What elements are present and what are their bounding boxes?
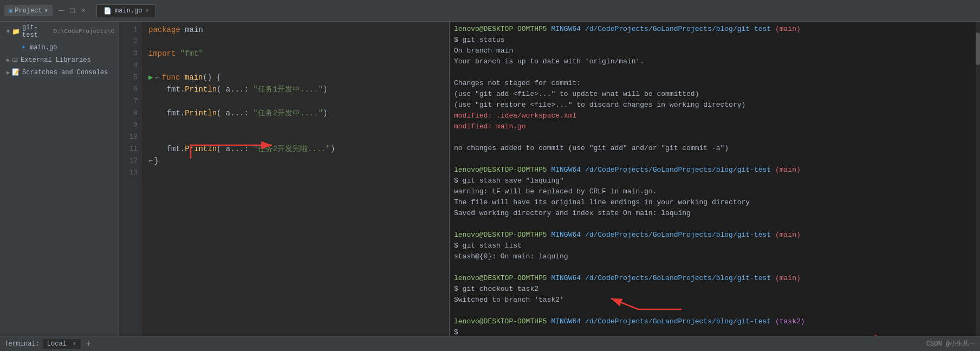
str-6: "任务1开发中...."	[253, 83, 323, 95]
term-prompt-3: lenovo@DESKTOP-OOMTHP5 MINGW64 /d/CodePr…	[454, 230, 976, 240]
term-prompt-4: lenovo@DESKTOP-OOMTHP5 MINGW64 /d/CodePr…	[454, 273, 976, 284]
term-out-stashlist: stash@{0}: On main: laquing	[454, 251, 976, 262]
add-terminal-button[interactable]: +	[84, 339, 94, 349]
paren-6: (	[217, 83, 226, 95]
tab-bar: 📄 main.go ×	[96, 4, 155, 17]
term-out-nochanges: no changes added to commit (use "git add…	[454, 143, 976, 154]
kw-func: func	[162, 72, 185, 83]
window-controls: ─ □ ×	[57, 5, 88, 16]
term-prompt-2: lenovo@DESKTOP-OOMTHP5 MINGW64 /d/CodePr…	[454, 165, 976, 176]
maximize-icon[interactable]: □	[68, 5, 76, 16]
code-line-7	[148, 95, 443, 107]
red-arrow-terminal-2	[725, 327, 887, 336]
code-line-13	[148, 167, 443, 179]
scrollbar-thumb[interactable]	[976, 32, 980, 65]
term-out-warning: warning: LF will be replaced by CRLF in …	[454, 186, 976, 197]
arg-label-6: a...:	[226, 83, 253, 95]
paren-8: (	[217, 107, 226, 119]
expand-arrow-scratches-icon: ▶	[7, 69, 10, 76]
term-prompt-5: lenovo@DESKTOP-OOMTHP5 MINGW64 /d/CodePr…	[454, 316, 976, 327]
arg-label-8: a...:	[226, 107, 253, 119]
editor-area: 1 2 3 4 5 6 7 8 9 10 11 12 13 package ma…	[119, 22, 449, 336]
tab-main-go[interactable]: 📄 main.go ×	[96, 4, 155, 17]
func-brace-icon: ⌐	[155, 72, 159, 83]
tab-label: main.go	[115, 7, 142, 15]
term-path-sep-2: MINGW64	[551, 166, 585, 174]
fmt-pkg-8: fmt.	[148, 107, 185, 119]
expand-arrow-external-icon: ▶	[7, 57, 10, 63]
project-icon: ▣	[9, 6, 12, 15]
sidebar: ▼ 📁 git-test D:\CodeProjects\G 🔹 main.go…	[0, 22, 119, 336]
term-cmd-5: $	[454, 327, 976, 336]
close-paren-11: )	[330, 143, 335, 155]
code-line-3: import "fmt"	[148, 48, 443, 60]
term-out-lineending: The file will have its original line end…	[454, 197, 976, 208]
kw-import: import	[148, 48, 180, 60]
code-line-9	[148, 119, 443, 131]
line-numbers: 1 2 3 4 5 6 7 8 9 10 11 12 13	[119, 22, 142, 336]
term-branch-3: (main)	[775, 231, 801, 239]
term-out-hint1: (use "git add <file>..." to update what …	[454, 89, 976, 100]
arg-label-11: a...:	[226, 143, 253, 155]
closing-brace: }	[154, 155, 158, 167]
term-user-1: lenovo@DESKTOP-OOMTHP5	[454, 25, 547, 33]
str-8: "任务2开发中...."	[253, 107, 323, 119]
project-dropdown[interactable]: ▣ Project ▾	[4, 5, 53, 16]
main-area: ▼ 📁 git-test D:\CodeProjects\G 🔹 main.go…	[0, 22, 980, 336]
expand-arrow-icon: ▼	[7, 29, 10, 35]
term-path-sep-4: MINGW64	[551, 274, 585, 282]
term-out-switched: Switched to branch 'task2'	[454, 295, 976, 306]
fmt-pkg-6: fmt.	[148, 83, 185, 95]
sidebar-item-git-test[interactable]: ▼ 📁 git-test D:\CodeProjects\G	[0, 22, 119, 41]
term-branch-2: (main)	[775, 166, 801, 174]
terminal-tab-close-icon[interactable]: ×	[73, 341, 76, 347]
term-cmd-3: $ git stash list	[454, 240, 976, 251]
sidebar-git-test-label: git-test	[22, 24, 51, 39]
watermark-text: CSDN @小生凡一	[926, 340, 976, 348]
term-modified-2: modified: main.go	[454, 121, 976, 132]
terminal-scrollbar[interactable]	[976, 22, 980, 336]
terminal-tab-group: Terminal: Local × +	[4, 339, 93, 349]
code-line-10	[148, 131, 443, 143]
term-out-saved: Saved working directory and index state …	[454, 208, 976, 219]
editor-content[interactable]: 1 2 3 4 5 6 7 8 9 10 11 12 13 package ma…	[119, 22, 449, 336]
term-path-sep-5: MINGW64	[551, 317, 585, 326]
folder-icon: 📁	[12, 28, 20, 36]
term-out-branch: On branch main	[454, 46, 976, 56]
pkg-main: main	[185, 24, 203, 36]
term-cmd-4: $ git checkout task2	[454, 284, 976, 295]
term-dir-5: /d/CodeProjects/GoLandProjects/blog/git-…	[585, 317, 771, 326]
tab-close-icon[interactable]: ×	[146, 8, 149, 14]
code-line-4	[148, 60, 443, 72]
term-user-3: lenovo@DESKTOP-OOMTHP5	[454, 231, 547, 239]
kw-package: package	[148, 24, 185, 36]
sidebar-scratches-label: Scratches and Consoles	[22, 69, 108, 76]
term-dir-1: /d/CodeProjects/GoLandProjects/blog/git-…	[585, 25, 771, 33]
sidebar-item-main-go[interactable]: 🔹 main.go	[0, 41, 119, 54]
term-cmd-1: $ git status	[454, 35, 976, 46]
println-11: Println	[185, 143, 217, 155]
code-line-12: ⌐ }	[148, 155, 443, 167]
term-user-4: lenovo@DESKTOP-OOMTHP5	[454, 274, 547, 282]
sidebar-external-libs-label: External Libraries	[21, 56, 91, 64]
term-branch-4: (main)	[775, 274, 801, 282]
term-dir-3: /d/CodeProjects/GoLandProjects/blog/git-…	[585, 231, 771, 239]
term-path-sep-1: MINGW64	[551, 25, 585, 33]
code-area[interactable]: package main import "fmt" ▶ ⌐ func main(…	[142, 22, 449, 336]
terminal-content[interactable]: lenovo@DESKTOP-OOMTHP5 MINGW64 /d/CodePr…	[450, 22, 980, 336]
sidebar-item-scratches[interactable]: ▶ 📝 Scratches and Consoles	[0, 66, 119, 79]
term-cmd-2: $ git stash save "laquing"	[454, 176, 976, 186]
chevron-down-icon: ▾	[44, 6, 48, 15]
minimize-icon[interactable]: ─	[57, 5, 66, 16]
terminal-local-label: Local	[47, 340, 67, 348]
fmt-pkg-11: fmt.	[148, 143, 185, 155]
close-brace-icon: ⌐	[148, 155, 153, 167]
fn-main: main	[185, 72, 203, 83]
terminal-tab-local[interactable]: Local ×	[43, 339, 81, 349]
code-line-2	[148, 36, 443, 48]
close-icon[interactable]: ×	[79, 5, 88, 16]
sidebar-item-external-libs[interactable]: ▶ 🗂 External Libraries	[0, 54, 119, 66]
code-line-6: fmt.Println( a...: "任务1开发中....")	[148, 83, 443, 95]
term-user-2: lenovo@DESKTOP-OOMTHP5	[454, 166, 547, 174]
terminal-label: Terminal:	[4, 340, 40, 348]
